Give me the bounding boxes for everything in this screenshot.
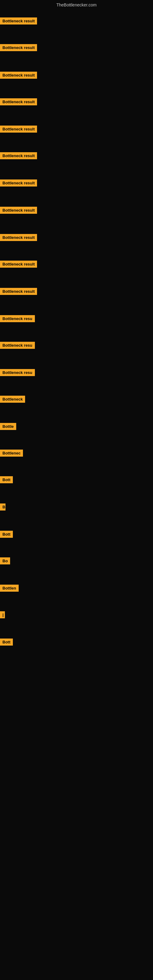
bottleneck-result-24: Bott (0, 638, 13, 647)
bottleneck-result-12: Bottleneck resu (0, 315, 35, 323)
bottleneck-label-2: Bottleneck result (0, 44, 37, 51)
bottleneck-result-23: | (0, 611, 5, 620)
bottleneck-result-5: Bottleneck result (0, 126, 37, 134)
bottleneck-result-22: Bottlen (0, 585, 19, 593)
bottleneck-label-9: Bottleneck result (0, 234, 37, 241)
bottleneck-result-13: Bottleneck resu (0, 342, 35, 350)
bottleneck-result-9: Bottleneck result (0, 234, 37, 242)
bottleneck-label-23: | (0, 611, 5, 618)
bottleneck-label-18: Bott (0, 476, 13, 483)
bottleneck-label-22: Bottlen (0, 585, 19, 592)
bottleneck-label-7: Bottleneck result (0, 180, 37, 186)
bottleneck-label-16: Bottle (0, 423, 16, 430)
bottleneck-result-1: Bottleneck result (0, 18, 37, 26)
bottleneck-label-8: Bottleneck result (0, 207, 37, 214)
bottleneck-label-15: Bottleneck (0, 396, 25, 403)
bottleneck-result-17: Bottlenec (0, 450, 23, 458)
bottleneck-label-13: Bottleneck resu (0, 342, 35, 349)
bottleneck-result-11: Bottleneck result (0, 288, 37, 296)
bottleneck-label-11: Bottleneck result (0, 288, 37, 295)
bottleneck-result-7: Bottleneck result (0, 180, 37, 188)
bottleneck-result-16: Bottle (0, 423, 16, 431)
bottleneck-result-21: Bo (0, 557, 10, 566)
bottleneck-label-14: Bottleneck resu (0, 369, 35, 376)
bottleneck-label-1: Bottleneck result (0, 18, 37, 24)
bottleneck-result-3: Bottleneck result (0, 72, 37, 80)
site-title: TheBottlenecker.com (0, 0, 153, 10)
bottleneck-result-14: Bottleneck resu (0, 369, 35, 377)
bottleneck-result-4: Bottleneck result (0, 98, 37, 107)
bottleneck-result-10: Bottleneck result (0, 261, 37, 269)
bottleneck-label-3: Bottleneck result (0, 72, 37, 79)
bottleneck-result-19: B (0, 503, 5, 512)
bottleneck-label-5: Bottleneck result (0, 126, 37, 133)
bottleneck-label-10: Bottleneck result (0, 261, 37, 268)
bottleneck-label-12: Bottleneck resu (0, 315, 35, 322)
bottleneck-label-24: Bott (0, 638, 13, 646)
bottleneck-result-2: Bottleneck result (0, 44, 37, 52)
bottleneck-label-4: Bottleneck result (0, 98, 37, 105)
bottleneck-result-6: Bottleneck result (0, 152, 37, 161)
bottleneck-label-19: B (0, 503, 5, 511)
bottleneck-label-21: Bo (0, 557, 10, 565)
bottleneck-label-17: Bottlenec (0, 450, 23, 457)
bottleneck-result-15: Bottleneck (0, 396, 25, 404)
bottleneck-result-18: Bott (0, 476, 13, 485)
bottleneck-result-20: Bott (0, 531, 13, 539)
bottleneck-label-6: Bottleneck result (0, 152, 37, 159)
bottleneck-label-20: Bott (0, 531, 13, 538)
bottleneck-result-8: Bottleneck result (0, 207, 37, 215)
